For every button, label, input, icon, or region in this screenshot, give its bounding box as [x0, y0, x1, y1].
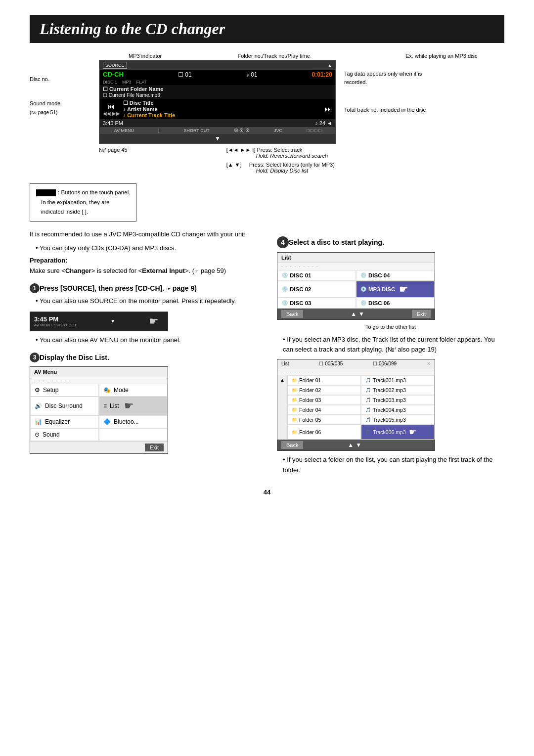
step1-circle: 1	[30, 283, 40, 293]
av-menu-equalizer[interactable]: 📊 Equalizer	[30, 415, 99, 428]
av-menu-mode[interactable]: 🎭 Mode	[99, 384, 168, 397]
av-menu-bluetooth[interactable]: 🔷 Bluetoo...	[99, 415, 168, 428]
disc-list-back-btn[interactable]: Back	[281, 310, 303, 318]
disc-list-dots: - - - - - - - - -	[277, 263, 435, 270]
av-menu-empty	[99, 428, 168, 441]
disc-list-header: List	[277, 253, 435, 263]
disc06-item[interactable]: 💿 DISC 06	[356, 298, 435, 309]
artist-name: ♪ Artist Name	[123, 106, 321, 112]
step4-header: 4 Select a disc to start playing.	[277, 236, 504, 248]
source-label: SOURCE	[103, 62, 127, 69]
sound-mode-ref: (№ page 51)	[30, 110, 57, 115]
prev-next-press: [◄◄ ►► I] Press: Select track	[226, 147, 303, 153]
folder-num: ☐ 01	[178, 71, 192, 78]
av-menu-sound[interactable]: ⊙ Sound	[30, 428, 99, 441]
track-num: ♪ 01	[246, 71, 258, 78]
total-track-label: Total track no. included in the disc	[344, 107, 426, 113]
track-list-header: List ☐ 005/035 ☐ 006/099 ✕	[277, 359, 435, 368]
folder-name: ☐ Current Folder Name	[103, 86, 332, 92]
folder04-item[interactable]: 📁 Folder 04	[287, 405, 361, 415]
disc02-item[interactable]: 💿 DISC 02	[277, 281, 356, 298]
av-menu-dots: - - - - - - - - -	[30, 377, 168, 384]
folder05-item[interactable]: 📁 Folder 05	[287, 415, 361, 425]
prev-next-hold: Hold: Reverse/forward search	[256, 153, 328, 159]
callout-box: : Buttons on the touch panel. In the exp…	[30, 183, 136, 222]
disc-list-display: List - - - - - - - - - 💿 DISC 01 💿 DISC …	[277, 252, 435, 320]
track-count: ♪ 24 ◄	[315, 120, 332, 126]
av-menu-nav: AV MENU	[114, 128, 134, 133]
ex-mp3-label: Ex. while playing an MP3 disc	[405, 53, 478, 59]
mp3-label: MP3	[122, 80, 132, 85]
cdch-display: CD-CH	[103, 71, 124, 78]
screen-time: 3:45 PM	[103, 120, 123, 126]
step4-bullet2: If you select a folder on the list, you …	[283, 455, 504, 476]
track-title: ♪ Current Track Title	[123, 112, 321, 118]
goto-other-list: To go to the other list	[277, 324, 504, 330]
step4-bullet1: If you select an MP3 disc, the Track lis…	[283, 335, 504, 356]
disc04-item[interactable]: 💿 DISC 04	[356, 270, 435, 281]
folder03-item[interactable]: 📁 Folder 03	[287, 395, 361, 405]
folder06-item[interactable]: 📁 Folder 06	[287, 425, 361, 440]
av-menu-disc-surround[interactable]: 🔊 Disc Surround	[30, 397, 99, 415]
time-display: 0:01:20	[312, 71, 332, 78]
flat-label: FLAT	[136, 80, 147, 85]
mp3-indicator-label: MP3 indicator	[129, 53, 162, 59]
step2-section: 3:45 PM AV MENU SHORT CUT ▼ ☛ You can al…	[30, 311, 257, 346]
disc01-item[interactable]: 💿 DISC 01	[277, 270, 356, 281]
folder01-item[interactable]: 📁 Folder 01	[287, 375, 361, 385]
mp3disc-item[interactable]: 💿 MP3 DISC ☛	[356, 281, 435, 298]
intro-bullet1: You can play only CDs (CD-DA) and MP3 di…	[36, 243, 257, 254]
track-list-dots: - - - - - - - - -	[277, 368, 435, 375]
track003-item[interactable]: 🎵 Track003.mp3	[361, 395, 435, 405]
step1-bullet1: You can also use SOURCE on the monitor p…	[36, 296, 257, 307]
step2-bullet: You can also use AV MENU on the monitor …	[36, 335, 257, 346]
disc-list-exit-btn[interactable]: Exit	[412, 310, 431, 318]
track001-item[interactable]: 🎵 Track001.mp3	[361, 375, 435, 385]
shortcut-nav: SHORT CUT	[184, 128, 210, 133]
page45-ref: №ʳ page 45	[99, 147, 128, 153]
preparation-text: Make sure <Changer> is selected for <Ext…	[30, 266, 257, 276]
track002-item[interactable]: 🎵 Track002.mp3	[361, 385, 435, 395]
disc-no-label: Disc no.	[30, 76, 49, 82]
preparation-heading: Preparation:	[30, 257, 257, 264]
page-number: 44	[30, 489, 504, 496]
folder-track-label: Folder no./Track no./Play time	[237, 53, 310, 59]
av-menu-exit-btn[interactable]: Exit	[145, 444, 164, 451]
updown-label: [▲ ▼]	[226, 162, 242, 168]
disc-title: ☐ Disc Title	[123, 100, 321, 106]
updown-hold: Hold: Display Disc list	[256, 168, 309, 174]
tag-data-label: Tag data appears only when it is recorde…	[344, 71, 422, 85]
track006-item[interactable]: 🎵 Track006.mp3 ☛	[361, 425, 435, 440]
track005-item[interactable]: 🎵 Track005.mp3	[361, 415, 435, 425]
track004-item[interactable]: 🎵 Track004.mp3	[361, 405, 435, 415]
disc03-item[interactable]: 💿 DISC 03	[277, 298, 356, 309]
screen-display: SOURCE ▲ CD-CH ☐ 01 ♪ 01 0:01:20 DISC 1 …	[99, 60, 336, 144]
step1-header: 1 Press [SOURCE], then press [CD-CH]. ☞ …	[30, 283, 257, 293]
track-list-back-btn[interactable]: Back	[281, 441, 303, 449]
av-menu-display: AV Menu - - - - - - - - - ⚙ Setup 🎭 Mode…	[30, 366, 168, 454]
file-name: ☐ Current File Name.mp3	[103, 92, 332, 98]
disc1-label: DISC 1	[103, 80, 117, 85]
track-list-display: List ☐ 005/035 ☐ 006/099 ✕ - - - - - - -…	[277, 359, 435, 451]
folder02-item[interactable]: 📁 Folder 02	[287, 385, 361, 395]
av-menu-list[interactable]: ≡ List ☛	[99, 397, 168, 415]
intro-text: It is recommended to use a JVC MP3-compa…	[30, 229, 257, 240]
step3-header: 3 Display the Disc List.	[30, 353, 257, 362]
jvc-logo: JVC	[274, 128, 282, 133]
step3-circle: 3	[30, 353, 40, 362]
step4-circle: 4	[277, 236, 289, 248]
av-menu-header: AV Menu	[30, 367, 168, 377]
updown-press: Press: Select folders (only for MP3)	[249, 162, 335, 168]
step2-screen: 3:45 PM AV MENU SHORT CUT ▼ ☛	[30, 311, 168, 331]
sound-mode-label: Sound mode	[30, 100, 60, 106]
page-title: Listening to the CD changer	[30, 15, 504, 43]
av-menu-setup[interactable]: ⚙ Setup	[30, 384, 99, 397]
